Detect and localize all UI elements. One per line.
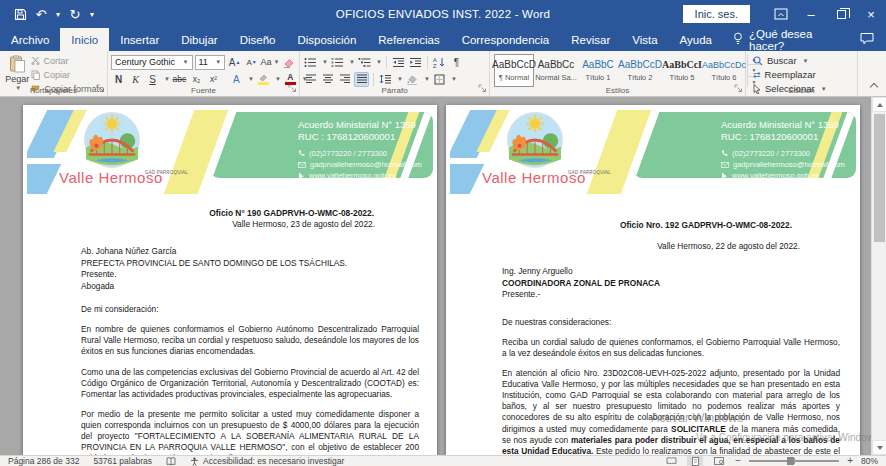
multilevel-dropdown-icon[interactable]: ▼ xyxy=(376,59,382,65)
highlight-dropdown-icon[interactable]: ▼ xyxy=(275,76,281,82)
clipboard-dialog-launcher-icon[interactable] xyxy=(96,84,105,95)
superscript-button[interactable]: x² xyxy=(206,72,221,87)
style-titulo-6[interactable]: AaBbCcDc Título 6 xyxy=(704,54,744,87)
increase-indent-button[interactable] xyxy=(408,55,423,70)
tab-inicio[interactable]: Inicio xyxy=(60,28,109,51)
line-spacing-dropdown-icon[interactable]: ▼ xyxy=(397,76,403,82)
zoom-slider-thumb[interactable] xyxy=(787,457,794,465)
bold-button[interactable]: N xyxy=(111,72,126,87)
tab-ayuda[interactable]: Ayuda xyxy=(669,28,723,51)
replace-button[interactable]: ⇄ Reemplazar xyxy=(753,68,850,81)
subscript-button[interactable]: x₂ xyxy=(189,72,204,87)
justify-button[interactable] xyxy=(354,72,369,87)
email-icon xyxy=(298,162,306,168)
show-marks-button[interactable]: ¶ xyxy=(449,55,464,70)
proofing-status[interactable] xyxy=(166,457,176,466)
italic-button[interactable]: K xyxy=(128,72,143,87)
save-icon[interactable] xyxy=(10,3,30,25)
letter-body-left[interactable]: Oficio N° 190 GADPRVH-O-WMC-08-2022. Val… xyxy=(23,194,437,455)
qat-customize-icon[interactable]: ▾ xyxy=(86,3,98,25)
undo-dropdown-icon[interactable]: ▾ xyxy=(52,3,64,25)
minimize-button[interactable]: – xyxy=(796,0,826,28)
align-right-button[interactable] xyxy=(337,72,352,87)
zoom-in-button[interactable]: + xyxy=(847,457,853,465)
style-titulo-1[interactable]: AaBbC Título 1 xyxy=(578,54,618,87)
restore-button[interactable] xyxy=(826,0,856,28)
multilevel-list-button[interactable] xyxy=(357,55,372,70)
tell-me-box[interactable]: ¿Qué desea hacer? xyxy=(723,28,860,51)
zoom-out-button[interactable]: − xyxy=(735,457,741,465)
close-button[interactable]: × xyxy=(856,0,886,28)
style-preview: AaBbCc xyxy=(538,59,575,71)
letter-body-right[interactable]: Oficio Nro. 192 GADPRVH-O-WMC-08-2022. V… xyxy=(446,194,860,455)
page-right[interactable]: Acuerdo Ministerial N° 1359 RUC : 176812… xyxy=(446,105,860,455)
collapse-ribbon-icon[interactable] xyxy=(870,83,878,91)
numbering-dropdown-icon[interactable]: ▼ xyxy=(349,59,355,65)
redo-icon[interactable]: ↻ xyxy=(65,3,85,25)
paragraph-dialog-launcher-icon[interactable] xyxy=(478,84,487,95)
vertical-scrollbar[interactable] xyxy=(871,97,886,455)
word-count[interactable]: 53761 palabras xyxy=(93,456,152,466)
phone-row: (02)2773220 / 2773300 xyxy=(721,148,845,159)
strikethrough-button[interactable]: abc xyxy=(172,72,187,87)
cut-button[interactable]: Cortar xyxy=(31,54,104,67)
bullets-dropdown-icon[interactable]: ▼ xyxy=(322,59,328,65)
page-indicator[interactable]: Página 286 de 332 xyxy=(8,456,79,466)
change-case-button[interactable]: Aa▼ xyxy=(261,55,279,70)
underline-dropdown-icon[interactable]: ▼ xyxy=(164,76,170,82)
tab-revisar[interactable]: Revisar xyxy=(560,28,621,51)
style-titulo-2[interactable]: AaBbCcD Título 2 xyxy=(620,54,660,87)
find-button[interactable]: Buscar ▼ xyxy=(753,54,850,67)
tab-disposicion[interactable]: Disposición xyxy=(286,28,367,51)
style-titulo-5[interactable]: AaBbCcI Título 5 xyxy=(662,54,702,87)
highlight-color-button[interactable] xyxy=(256,72,271,87)
copy-button[interactable]: Copiar xyxy=(31,68,104,81)
font-size-combo[interactable]: 11▼ xyxy=(195,55,226,70)
tab-diseno[interactable]: Diseño xyxy=(229,28,287,51)
align-center-button[interactable] xyxy=(320,72,335,87)
shading-button[interactable] xyxy=(405,72,420,87)
tab-insertar[interactable]: Insertar xyxy=(109,28,170,51)
clear-formatting-button[interactable] xyxy=(281,55,296,70)
shading-dropdown-icon[interactable]: ▼ xyxy=(424,76,430,82)
styles-dialog-launcher-icon[interactable] xyxy=(734,84,743,95)
accessibility-label: Accesibilidad: es necesario investigar xyxy=(203,456,344,466)
ribbon-display-options-icon[interactable] xyxy=(766,0,796,28)
scroll-up-button[interactable] xyxy=(872,97,886,112)
sort-button[interactable]: AZ xyxy=(432,55,447,70)
text-effects-dropdown-icon[interactable]: ▼ xyxy=(248,76,254,82)
cursor-icon xyxy=(298,172,305,179)
borders-button[interactable] xyxy=(432,72,447,87)
line-spacing-button[interactable] xyxy=(378,72,393,87)
grow-font-button[interactable]: A▲ xyxy=(227,55,242,70)
align-left-button[interactable] xyxy=(303,72,318,87)
font-family-combo[interactable]: Century Gothic▼ xyxy=(111,55,193,70)
style-normal[interactable]: AaBbCcD ¶ Normal xyxy=(494,54,534,87)
accessibility-status[interactable]: Accesibilidad: es necesario investigar xyxy=(190,456,344,466)
style-normal-sa[interactable]: AaBbCc Normal Sa... xyxy=(536,54,576,87)
tab-archivo[interactable]: Archivo xyxy=(0,28,60,51)
font-dialog-launcher-icon[interactable] xyxy=(288,84,297,95)
tab-dibujar[interactable]: Dibujar xyxy=(170,28,228,51)
underline-button[interactable]: S xyxy=(145,72,160,87)
text-effects-button[interactable]: A xyxy=(229,72,244,87)
web-layout-button[interactable] xyxy=(711,456,727,466)
numbering-button[interactable] xyxy=(330,55,345,70)
tab-vista[interactable]: Vista xyxy=(621,28,668,51)
bullets-button[interactable] xyxy=(303,55,318,70)
page-left[interactable]: Acuerdo Ministerial N° 1359 RUC : 176812… xyxy=(23,105,437,455)
tab-correspondencia[interactable]: Correspondencia xyxy=(451,28,561,51)
comments-icon[interactable] xyxy=(860,31,874,49)
decrease-indent-button[interactable] xyxy=(391,55,406,70)
scrollbar-thumb[interactable] xyxy=(874,114,885,242)
tab-referencias[interactable]: Referencias xyxy=(367,28,450,51)
read-mode-button[interactable] xyxy=(663,456,679,466)
zoom-slider[interactable] xyxy=(749,460,839,462)
scroll-down-button[interactable] xyxy=(872,440,886,455)
borders-dropdown-icon[interactable]: ▼ xyxy=(451,76,457,82)
shrink-font-button[interactable]: A▼ xyxy=(244,55,259,70)
sign-in-button[interactable]: Inic. ses. xyxy=(683,5,750,23)
print-layout-button[interactable] xyxy=(687,456,703,466)
zoom-level[interactable]: 80% xyxy=(861,456,878,466)
undo-icon[interactable]: ↶ xyxy=(31,3,51,25)
